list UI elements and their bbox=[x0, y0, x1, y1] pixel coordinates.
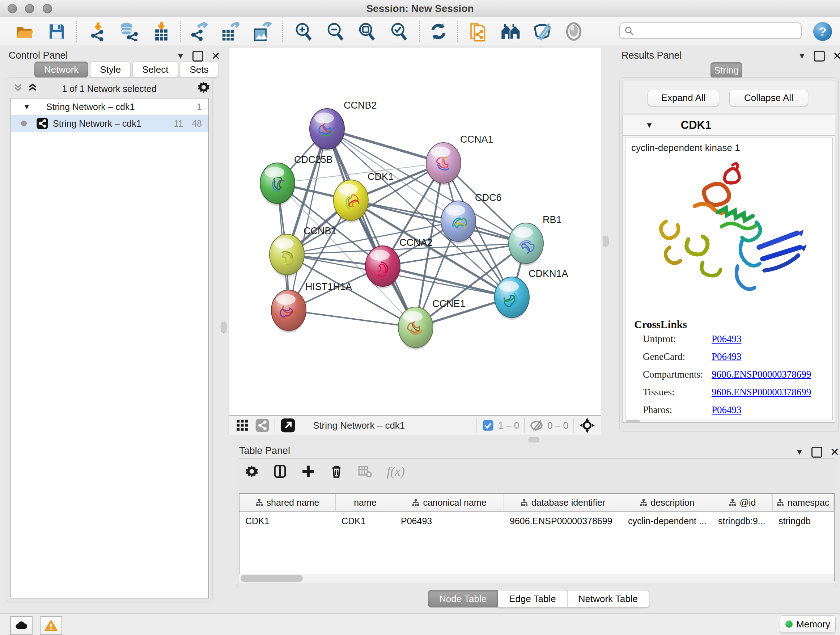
network-node-CCNA1[interactable]: CCNA1 bbox=[426, 134, 493, 185]
cloud-button[interactable] bbox=[10, 616, 33, 635]
fit-selected-crosshair-icon[interactable] bbox=[579, 417, 595, 433]
network-node-RB1[interactable]: RB1 bbox=[508, 214, 562, 266]
search-field[interactable] bbox=[619, 22, 802, 39]
tab-node-table[interactable]: Node Table bbox=[428, 590, 498, 608]
collapse-panel-icon[interactable]: ▼ bbox=[798, 51, 806, 61]
import-database-button[interactable] bbox=[117, 20, 140, 43]
network-canvas[interactable]: CCNB2CCNA1CDC25BCDK1CDC6RB1CCNB1CCNA2CDK… bbox=[229, 47, 601, 416]
column-header-canonical-name[interactable]: canonical name bbox=[395, 494, 504, 511]
network-collection-row[interactable]: ▼ String Network – cdk1 1 bbox=[11, 98, 208, 115]
table-gear-icon[interactable] bbox=[245, 464, 259, 478]
tab-sets[interactable]: Sets bbox=[180, 62, 218, 78]
column-header-database-identifier[interactable]: database identifier bbox=[504, 494, 622, 511]
column-header-description[interactable]: description bbox=[622, 494, 712, 511]
open-session-button[interactable] bbox=[13, 20, 36, 43]
expand-all-button[interactable]: Expand All bbox=[647, 90, 719, 106]
network-row[interactable]: String Network – cdk1 11 48 bbox=[11, 115, 208, 132]
crosslink-value-link[interactable]: P06493 bbox=[712, 404, 742, 416]
network-options-gear-icon[interactable] bbox=[197, 81, 210, 95]
protein-expander-icon[interactable]: ▼ bbox=[645, 120, 653, 130]
results-hscrollbar-thumb[interactable] bbox=[626, 420, 640, 423]
tab-string[interactable]: String bbox=[711, 62, 742, 78]
network-edge-CCNB2-CCNE1[interactable] bbox=[327, 129, 416, 327]
crosslink-value-link[interactable]: 9606.ENSP00000378699 bbox=[712, 386, 811, 398]
collapse-panel-icon[interactable]: ▼ bbox=[177, 51, 185, 61]
table-hscrollbar-track[interactable] bbox=[239, 574, 834, 583]
network-node-CCNB1[interactable]: CCNB1 bbox=[270, 226, 337, 277]
open-view-icon[interactable] bbox=[280, 418, 295, 433]
tab-select[interactable]: Select bbox=[133, 62, 178, 78]
table-cell[interactable]: stringdb bbox=[773, 511, 834, 530]
network-list: ▼ String Network – cdk1 1 String Network… bbox=[11, 98, 209, 599]
node-label-CCNE1: CCNE1 bbox=[432, 298, 466, 309]
zoom-out-button[interactable] bbox=[324, 20, 347, 43]
table-hscrollbar-thumb[interactable] bbox=[240, 575, 303, 582]
float-panel-icon[interactable] bbox=[193, 51, 203, 62]
collapse-panel-icon[interactable]: ▼ bbox=[796, 448, 804, 457]
string-view-icon[interactable] bbox=[255, 418, 270, 432]
column-header-namespac[interactable]: namespac bbox=[773, 494, 834, 511]
network-edge-HIST1H1A-CCNE1[interactable] bbox=[289, 310, 416, 327]
zoom-fit-icon bbox=[357, 22, 376, 41]
zoom-selected-button[interactable] bbox=[387, 20, 410, 43]
show-columns-icon[interactable] bbox=[273, 464, 287, 478]
tab-network[interactable]: Network bbox=[34, 62, 88, 78]
table-cell[interactable]: 9606.ENSP00000378699 bbox=[504, 511, 622, 530]
import-network-button[interactable] bbox=[87, 20, 110, 43]
column-header--id[interactable]: @id bbox=[712, 494, 773, 511]
tab-network-table[interactable]: Network Table bbox=[567, 590, 649, 608]
export-network-button[interactable] bbox=[187, 20, 210, 43]
delete-column-icon[interactable] bbox=[330, 464, 343, 478]
grid-view-icon[interactable] bbox=[236, 419, 248, 432]
warnings-button[interactable] bbox=[40, 616, 62, 635]
add-column-icon[interactable] bbox=[302, 464, 315, 478]
column-header-name[interactable]: name bbox=[336, 494, 395, 511]
string-export-button[interactable] bbox=[467, 20, 490, 43]
collapse-all-button[interactable]: Collapse All bbox=[729, 90, 808, 106]
collection-expander-icon[interactable]: ▼ bbox=[23, 103, 30, 111]
network-edge-CCNB2-CCNA1[interactable] bbox=[327, 129, 444, 163]
help-button[interactable]: ? bbox=[813, 22, 832, 41]
right-splitter-handle[interactable] bbox=[603, 236, 608, 247]
hidden-elements-icon[interactable] bbox=[530, 419, 543, 432]
network-node-CDKN1A[interactable]: CDKN1A bbox=[494, 268, 568, 320]
save-session-button[interactable] bbox=[45, 20, 68, 43]
table-row[interactable]: CDK1CDK1P064939606.ENSP00000378699cyclin… bbox=[240, 511, 834, 530]
zoom-in-button[interactable] bbox=[292, 20, 315, 43]
hide-glasses-button[interactable] bbox=[531, 20, 554, 43]
results-panel: Results Panel ▼ ✕ String Expand All Coll… bbox=[617, 47, 840, 432]
refresh-button[interactable] bbox=[427, 20, 450, 43]
search-input[interactable] bbox=[637, 25, 801, 36]
tab-edge-table[interactable]: Edge Table bbox=[498, 590, 567, 608]
table-cell[interactable]: CDK1 bbox=[240, 511, 336, 530]
protein-header-row[interactable]: ▼ CDK1 bbox=[623, 115, 835, 136]
show-orb-button[interactable] bbox=[562, 20, 585, 43]
crosslink-value-link[interactable]: P06493 bbox=[712, 351, 742, 363]
network-node-CCNE1[interactable]: CCNE1 bbox=[398, 298, 466, 350]
network-node-CCNA2[interactable]: CCNA2 bbox=[365, 237, 433, 288]
table-cell[interactable]: stringdb:9... bbox=[712, 511, 773, 530]
close-panel-icon[interactable]: ✕ bbox=[833, 52, 840, 60]
float-panel-icon[interactable] bbox=[812, 447, 822, 458]
import-table-button[interactable] bbox=[150, 20, 173, 43]
column-header-shared-name[interactable]: shared name bbox=[240, 494, 336, 511]
left-splitter-handle[interactable] bbox=[221, 322, 226, 333]
table-cell[interactable]: cyclin-dependent ... bbox=[622, 511, 712, 530]
memory-button[interactable]: Memory bbox=[780, 616, 836, 633]
search-icon bbox=[624, 26, 634, 35]
crosslink-value-link[interactable]: P06493 bbox=[712, 333, 742, 345]
export-image-button[interactable] bbox=[250, 20, 273, 43]
float-panel-icon[interactable] bbox=[814, 51, 825, 62]
close-panel-icon[interactable]: ✕ bbox=[830, 448, 839, 456]
table-cell[interactable]: CDK1 bbox=[336, 511, 395, 530]
bottom-splitter-handle[interactable] bbox=[529, 437, 539, 442]
crosslink-value-link[interactable]: 9606.ENSP00000378699 bbox=[712, 369, 811, 380]
table-cell[interactable]: P06493 bbox=[395, 511, 504, 530]
network-node-HIST1H1A[interactable]: HIST1H1A bbox=[271, 281, 352, 333]
export-table-button[interactable] bbox=[218, 20, 241, 43]
home-button[interactable] bbox=[499, 20, 523, 43]
tab-style[interactable]: Style bbox=[90, 62, 131, 78]
selected-checkbox-icon[interactable] bbox=[482, 420, 494, 431]
close-panel-icon[interactable]: ✕ bbox=[211, 52, 220, 60]
zoom-fit-button[interactable] bbox=[355, 20, 378, 43]
